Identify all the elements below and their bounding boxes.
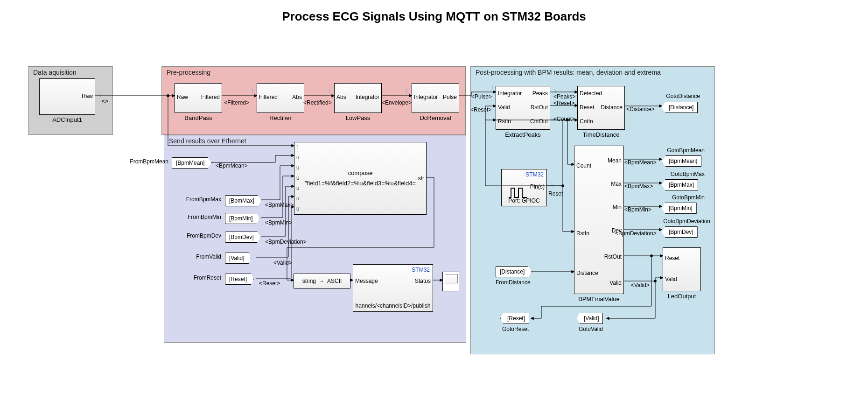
block-label: DcRemoval <box>412 113 459 121</box>
goto-ext-label: GotoDistance <box>653 93 700 99</box>
port: u <box>296 195 300 202</box>
block-label: LowPass <box>335 113 381 121</box>
from-tag-reset[interactable]: [Reset] <box>225 274 254 285</box>
block-label: ADCInput1 <box>40 114 95 123</box>
block-led-output[interactable]: Reset Valid LedOutput <box>663 247 701 291</box>
area-label: Pre-processing <box>167 69 210 76</box>
block-label: Rectifier <box>257 113 304 121</box>
area-label: Data aquisition <box>33 69 77 76</box>
from-tag-distance[interactable]: [Distance] <box>496 266 532 277</box>
goto-tag-bpmmean[interactable]: [BpmMean] <box>662 155 701 167</box>
signal-logging-icon: ⌇ <box>551 183 553 189</box>
signal-label: <> <box>102 98 108 105</box>
goto-ext-label: GotoBpmDeviation <box>650 218 710 225</box>
from-ext-label: FromBpmMean <box>125 158 168 165</box>
from-ext-label: FromBpmMin <box>183 214 221 220</box>
signal-label: <BpmDeviation> <box>265 239 307 245</box>
signal-label: <Valid> <box>273 260 292 266</box>
port: Pulse <box>443 94 457 100</box>
block-label: LedOutput <box>663 291 700 300</box>
goto-ext-label: GotoBpmMax <box>653 171 705 177</box>
from-ext-label: FromBpmMax <box>183 196 221 203</box>
block-mqtt-publish[interactable]: STM32 Message Status hannels/<channelsID… <box>353 264 433 312</box>
port: Reset <box>665 255 679 261</box>
signal-label: <Reset> <box>470 106 491 113</box>
block-bpm-final-value[interactable]: Count RstIn Distance Mean Max Min Dev Rs… <box>574 146 624 294</box>
signal-label: <Distance> <box>626 106 655 113</box>
port: Min <box>613 204 622 211</box>
port: Raw <box>82 93 93 99</box>
port: Abs <box>292 94 302 100</box>
from-tag-bpmmax[interactable]: [BpmMax] <box>225 195 261 206</box>
block-adc-input[interactable]: Raw ⌇ ADCInput1 <box>39 78 95 115</box>
block-string-to-ascii[interactable]: string → ASCII <box>294 274 350 288</box>
block-bandpass[interactable]: Raw Filtered BandPass <box>175 83 222 113</box>
from-ext-label: FromBpmDev <box>183 232 221 239</box>
port: RstIn <box>498 118 511 125</box>
signal-label: <BpmMax> <box>265 202 294 208</box>
from-tag-bpmmin[interactable]: [BpmMin] <box>225 213 260 224</box>
from-tag-bpmmean[interactable]: [BpmMean] <box>172 157 211 169</box>
port-label: Port: GPIOC <box>502 197 546 204</box>
port: Mean <box>608 157 622 164</box>
block-label: BandPass <box>175 113 222 121</box>
from-tag-bpmdev[interactable]: [BpmDev] <box>225 232 261 243</box>
signal-label: <Envelope> <box>382 99 412 106</box>
goto-ext-label: GotoBpmMean <box>653 147 705 154</box>
str2ascii-to: ASCII <box>327 278 342 284</box>
port: Peaks <box>532 90 548 97</box>
port: Integrator <box>356 94 379 100</box>
area-label: Send results over Ethernet <box>169 137 246 145</box>
port: Status <box>415 278 431 284</box>
from-tag-valid[interactable]: [Valid] <box>225 253 251 264</box>
block-scope[interactable] <box>442 272 460 291</box>
block-compose[interactable]: f u u u u u u str compose "field1=%f&fie… <box>294 142 427 215</box>
signal-label: <Valid> <box>631 282 650 288</box>
goto-tag-bpmmax[interactable]: [BpmMax] <box>662 179 698 190</box>
block-extract-peaks[interactable]: Integrator Valid RstIn Peaks RstOut CntO… <box>496 86 550 130</box>
port: Detected <box>580 90 602 97</box>
port: Reset <box>580 104 594 111</box>
port: Distance <box>576 270 598 276</box>
block-lowpass[interactable]: Abs Integrator LowPass <box>334 83 382 113</box>
port: Message <box>355 278 378 284</box>
port: RstIn <box>576 230 589 237</box>
signal-logging-icon: ⌇ <box>251 88 253 94</box>
stm32-label: STM32 <box>525 171 544 178</box>
port: Integrator <box>414 94 438 100</box>
goto-ext-label: GotoValid <box>579 326 603 332</box>
goto-tag-bpmdev[interactable]: [BpmDev] <box>662 226 698 238</box>
block-dcremoval[interactable]: Integrator Pulse DcRemoval <box>412 83 459 113</box>
from-ext-label: FromValid <box>189 253 221 260</box>
goto-tag-reset[interactable]: [Reset] <box>500 313 529 324</box>
port: Pin(s) <box>530 183 545 190</box>
block-time-distance[interactable]: Detected Reset CntIn Distance TimeDistan… <box>577 86 625 130</box>
str2ascii-from: string <box>302 278 316 284</box>
port: Abs <box>336 94 346 100</box>
mqtt-topic: hannels/<channelsID>/publish <box>353 302 433 309</box>
signal-label: <Rectified> <box>303 99 332 106</box>
signal-label: <BpmMin> <box>624 206 651 213</box>
goto-ext-label: GotoReset <box>502 326 529 332</box>
block-label: ExtractPeaks <box>496 129 550 138</box>
signal-logging-icon: ⌇ <box>328 88 330 94</box>
signal-label: <BpmMean> <box>216 162 248 169</box>
signal-label: <Count> <box>553 116 575 122</box>
signal-label: <BpmMean> <box>624 159 657 166</box>
arrow-icon: → <box>319 278 324 284</box>
goto-tag-bpmmin[interactable]: [BpmMin] <box>662 203 697 214</box>
signal-logging-icon: ⌇ <box>491 84 493 90</box>
goto-tag-distance[interactable]: [Distance] <box>662 102 698 113</box>
port: Valid <box>609 280 622 286</box>
signal-logging-icon: ⌇ <box>99 92 101 98</box>
block-rectifier[interactable]: Filtered Abs Rectifier <box>257 83 304 113</box>
from-ext-label: FromReset <box>189 274 221 281</box>
block-label: BPMFinalValue <box>574 294 623 302</box>
block-gpio[interactable]: STM32 Pin(s) ⌇ Port: GPIOC <box>501 169 547 206</box>
compose-text: compose <box>294 169 426 176</box>
signal-label: Reset <box>548 190 563 197</box>
area-label: Post-processing with BPM results: mean, … <box>476 69 661 76</box>
port: Valid <box>665 276 677 282</box>
port: Raw <box>177 94 188 100</box>
goto-tag-valid[interactable]: [Valid] <box>577 313 603 324</box>
